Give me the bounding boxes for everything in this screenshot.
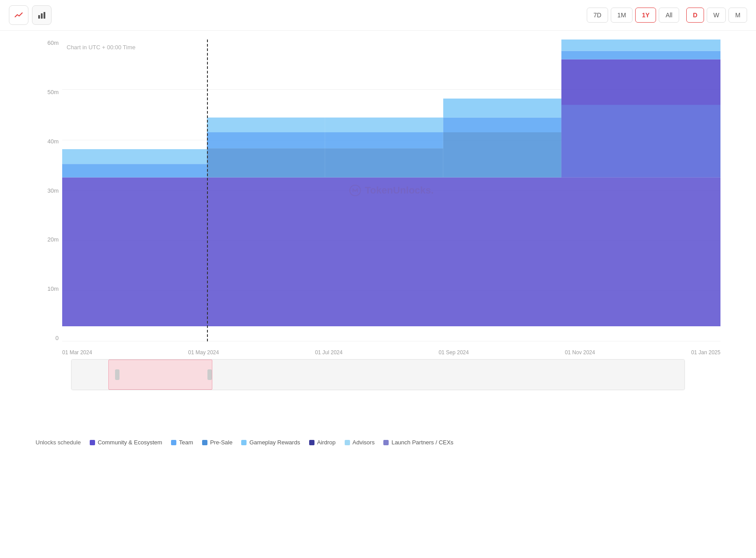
7d-button[interactable]: 7D bbox=[587, 8, 608, 23]
x-label-sep: 01 Sep 2024 bbox=[438, 349, 469, 356]
scrollbar-left-handle[interactable] bbox=[115, 369, 119, 380]
all-button[interactable]: All bbox=[659, 8, 679, 23]
grid-bars-area: Chart in UTC + 00:00 Time bbox=[62, 40, 720, 341]
svg-rect-7 bbox=[207, 132, 325, 148]
legend-dot-team bbox=[171, 440, 176, 445]
y-axis: 0 10m 20m 30m 40m 50m 60m bbox=[36, 40, 62, 341]
top-left-icons bbox=[9, 5, 52, 25]
m-button[interactable]: M bbox=[728, 8, 747, 23]
y-label-50m: 50m bbox=[36, 89, 62, 95]
legend-launch-partners: Launch Partners / CEXs bbox=[383, 439, 453, 446]
svg-rect-13 bbox=[443, 118, 561, 132]
legend-label-gameplay: Gameplay Rewards bbox=[249, 439, 300, 446]
x-label-nov: 01 Nov 2024 bbox=[565, 349, 595, 356]
x-label-mar: 01 Mar 2024 bbox=[62, 349, 92, 356]
resolution-group: D W M bbox=[686, 8, 747, 23]
scrollbar-thumb[interactable] bbox=[108, 360, 213, 390]
grid-line-0 bbox=[62, 341, 720, 341]
svg-rect-14 bbox=[443, 99, 561, 118]
svg-rect-1 bbox=[41, 13, 43, 19]
scrollbar-area[interactable] bbox=[71, 359, 685, 390]
svg-rect-4 bbox=[62, 164, 207, 177]
line-chart-button[interactable] bbox=[9, 5, 28, 25]
w-button[interactable]: W bbox=[707, 8, 726, 23]
svg-rect-0 bbox=[38, 15, 40, 19]
y-label-40m: 40m bbox=[36, 138, 62, 145]
legend-dot-presale bbox=[202, 440, 207, 445]
chart-container: 0 10m 20m 30m 40m 50m 60m Chart in UTC +… bbox=[36, 40, 720, 359]
svg-rect-11 bbox=[325, 118, 443, 132]
legend-dot-gameplay bbox=[241, 440, 247, 445]
svg-rect-6 bbox=[207, 148, 325, 178]
svg-rect-2 bbox=[44, 12, 45, 19]
y-label-0: 0 bbox=[36, 335, 62, 341]
svg-rect-9 bbox=[325, 148, 443, 178]
scrollbar-right-handle[interactable] bbox=[207, 369, 212, 380]
top-bar: 7D 1M 1Y All D W M bbox=[0, 0, 756, 31]
legend-label-airdrop: Airdrop bbox=[317, 439, 336, 446]
legend-title: Unlocks schedule bbox=[36, 439, 81, 446]
x-axis: 01 Mar 2024 01 May 2024 01 Jul 2024 01 S… bbox=[62, 346, 720, 359]
svg-rect-17 bbox=[561, 51, 720, 59]
x-label-jul: 01 Jul 2024 bbox=[315, 349, 342, 356]
legend-gameplay: Gameplay Rewards bbox=[241, 439, 300, 446]
legend-area: Unlocks schedule Community & Ecosystem T… bbox=[0, 430, 756, 455]
legend-label-advisors: Advisors bbox=[353, 439, 375, 446]
svg-rect-18 bbox=[561, 40, 720, 51]
svg-rect-19 bbox=[561, 105, 720, 177]
legend-presale: Pre-Sale bbox=[202, 439, 233, 446]
1m-button[interactable]: 1M bbox=[611, 8, 633, 23]
svg-rect-12 bbox=[443, 132, 561, 178]
legend-advisors: Advisors bbox=[345, 439, 375, 446]
legend-dot-launch-partners bbox=[383, 440, 389, 445]
svg-rect-5 bbox=[62, 149, 207, 164]
chart-area: 0 10m 20m 30m 40m 50m 60m Chart in UTC +… bbox=[0, 31, 756, 430]
legend-dot-community bbox=[90, 440, 95, 445]
legend-label-presale: Pre-Sale bbox=[210, 439, 233, 446]
legend-label-launch-partners: Launch Partners / CEXs bbox=[391, 439, 453, 446]
legend-label-team: Team bbox=[179, 439, 193, 446]
legend-airdrop: Airdrop bbox=[309, 439, 336, 446]
time-controls: 7D 1M 1Y All D W M bbox=[587, 8, 747, 23]
legend-dot-airdrop bbox=[309, 440, 314, 445]
svg-rect-3 bbox=[62, 178, 720, 326]
stacked-bar-chart bbox=[62, 40, 720, 326]
legend-community: Community & Ecosystem bbox=[90, 439, 162, 446]
svg-rect-8 bbox=[207, 118, 325, 132]
svg-rect-10 bbox=[325, 132, 443, 148]
legend-team: Team bbox=[171, 439, 193, 446]
x-label-may: 01 May 2024 bbox=[188, 349, 219, 356]
bar-chart-button[interactable] bbox=[32, 5, 52, 25]
y-label-60m: 60m bbox=[36, 40, 62, 46]
y-label-30m: 30m bbox=[36, 187, 62, 194]
legend-dot-advisors bbox=[345, 440, 350, 445]
y-label-10m: 10m bbox=[36, 285, 62, 292]
d-button[interactable]: D bbox=[686, 8, 704, 23]
y-label-20m: 20m bbox=[36, 236, 62, 243]
x-label-jan: 01 Jan 2025 bbox=[691, 349, 720, 356]
today-line: Today bbox=[207, 40, 208, 341]
legend-label-community: Community & Ecosystem bbox=[98, 439, 162, 446]
1y-button[interactable]: 1Y bbox=[635, 8, 656, 23]
